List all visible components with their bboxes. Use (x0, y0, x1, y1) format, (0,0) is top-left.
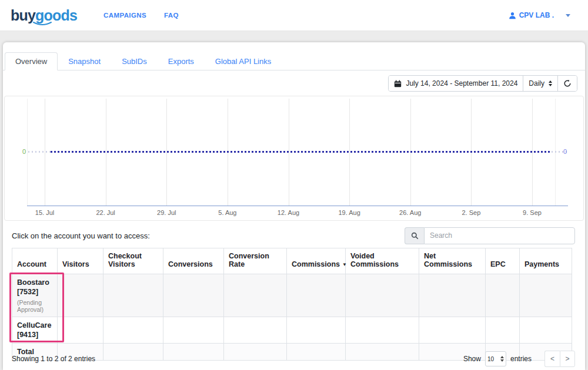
search-group (405, 227, 575, 244)
account-status-note: (Pending Approval) (17, 299, 52, 313)
plot-left-edge (27, 99, 28, 206)
column-header-commissions[interactable]: Commissions▼ (287, 248, 346, 274)
column-header-conversion-rate[interactable]: Conversion Rate (224, 248, 287, 274)
select-arrows-icon (500, 356, 504, 362)
tab-subids[interactable]: SubIDs (111, 52, 158, 70)
column-header-net-commissions[interactable]: Net Commissions (419, 248, 486, 274)
table-cell-conversion-rate (224, 317, 287, 344)
column-header-label: Visitors (62, 260, 89, 268)
sort-caret-icon: ▼ (342, 262, 347, 267)
zero-line-series (51, 151, 552, 153)
table-cell-conversions (163, 317, 224, 344)
table-cell-visitors (58, 317, 103, 344)
account-cell-boostaro-7532[interactable]: Boostaro [7532](Pending Approval) (12, 274, 58, 317)
x-tick-label-15-jul: 15. Jul (26, 209, 64, 216)
table-row-boostaro-7532[interactable]: Boostaro [7532](Pending Approval) (12, 274, 572, 317)
accounts-section-header: Click on the account you want to access: (12, 227, 575, 244)
date-toolbar: July 14, 2024 - September 11, 2024 Daily (388, 75, 577, 92)
column-header-label: Net Commissions (424, 252, 472, 268)
column-header-voided-commissions[interactable]: Voided Commissions (346, 248, 419, 274)
table-cell-voided-commissions (346, 317, 419, 344)
table-cell-net-commissions (419, 274, 486, 317)
tab-overview[interactable]: Overview (5, 52, 58, 70)
table-header-row: AccountVisitorsCheckout VisitorsConversi… (12, 248, 572, 274)
table-cell-payments (520, 317, 572, 344)
table-cell-epc (486, 317, 520, 344)
x-tick-label-2-sep: 2. Sep (452, 209, 490, 216)
column-header-label: EPC (490, 260, 506, 268)
search-input[interactable] (424, 227, 575, 244)
show-label: Show (463, 355, 481, 363)
user-icon (509, 12, 516, 19)
column-header-label: Conversion Rate (229, 252, 269, 268)
logo-text-buy: buy (11, 7, 35, 23)
column-header-conversions[interactable]: Conversions (163, 248, 224, 274)
column-header-payments[interactable]: Payments (520, 248, 572, 274)
tab-bar: OverviewSnapshotSubIDsExportsGlobal API … (3, 52, 585, 70)
column-header-label: Conversions (168, 260, 213, 268)
next-page-button[interactable]: > (560, 351, 575, 367)
zero-line-series-fade-left (28, 151, 51, 153)
column-header-label: Voided Commissions (350, 252, 399, 268)
showing-entries-text: Showing 1 to 2 of 2 entries (12, 355, 95, 363)
column-header-account[interactable]: Account (12, 248, 58, 274)
page-size-select[interactable]: 10 (485, 351, 506, 366)
account-cell-cellucare-9413[interactable]: CelluCare [9413] (12, 317, 58, 344)
table-cell-epc (486, 274, 520, 317)
caret-down-icon (566, 14, 570, 17)
column-header-visitors[interactable]: Visitors (58, 248, 103, 274)
user-name: CPV LAB . (519, 11, 554, 19)
table-cell-commissions (287, 274, 346, 317)
x-axis-line (27, 206, 568, 206)
table-cell-checkout-visitors (103, 317, 163, 344)
table-cell-visitors (58, 274, 103, 317)
column-header-checkout-visitors[interactable]: Checkout Visitors (103, 248, 163, 274)
top-header: buygoods CAMPAIGNSFAQ CPV LAB . (0, 0, 588, 31)
logo-smile-icon (32, 22, 52, 26)
pagination: < > (544, 351, 575, 367)
traffic-chart: 0 0 15. Jul22. Jul29. Jul5. Aug12. Aug19… (4, 96, 584, 221)
table-cell-conversion-rate (224, 274, 287, 317)
tab-global-api-links[interactable]: Global API Links (205, 52, 282, 70)
column-header-label: Payments (524, 260, 559, 268)
accounts-table: AccountVisitorsCheckout VisitorsConversi… (12, 248, 572, 361)
entries-label: entries (510, 355, 532, 363)
table-cell-conversions (163, 274, 224, 317)
main-card: OverviewSnapshotSubIDsExportsGlobal API … (3, 42, 585, 370)
table-cell-commissions (287, 317, 346, 344)
x-tick-label-9-sep: 9. Sep (513, 209, 551, 216)
table-cell-checkout-visitors (103, 274, 163, 317)
column-header-epc[interactable]: EPC (486, 248, 520, 274)
table-body: Boostaro [7532](Pending Approval)CelluCa… (12, 274, 572, 361)
granularity-value: Daily (529, 79, 544, 88)
search-icon (411, 232, 419, 240)
table-cell-voided-commissions (346, 274, 419, 317)
tab-exports[interactable]: Exports (158, 52, 205, 70)
x-tick-label-5-aug: 5. Aug (209, 209, 246, 216)
refresh-button[interactable] (557, 76, 577, 91)
date-range-picker[interactable]: July 14, 2024 - September 11, 2024 (389, 76, 523, 91)
y-axis-right-label: 0 (563, 148, 580, 155)
x-tick-label-22-jul: 22. Jul (87, 209, 125, 216)
buygoods-logo: buygoods (11, 7, 77, 24)
logo-text-goods: goods (35, 7, 77, 23)
refresh-icon (563, 79, 572, 88)
x-tick-label-19-aug: 19. Aug (330, 209, 368, 216)
prev-page-button[interactable]: < (544, 351, 560, 367)
footer-controls: Show 10 entries < > (463, 351, 575, 367)
granularity-select[interactable]: Daily (523, 76, 557, 91)
calendar-icon (394, 80, 402, 88)
nav-link-campaigns[interactable]: CAMPAIGNS (103, 12, 146, 19)
nav-link-faq[interactable]: FAQ (164, 12, 179, 19)
page-size-value: 10 (487, 356, 494, 362)
select-arrows-icon (549, 80, 552, 86)
x-tick-label-26-aug: 26. Aug (392, 209, 429, 216)
user-menu[interactable]: CPV LAB . (509, 11, 570, 19)
instruction-text: Click on the account you want to access: (12, 231, 150, 240)
search-icon-box (405, 227, 424, 244)
account-label: CelluCare [9413] (17, 321, 52, 340)
table-row-cellucare-9413[interactable]: CelluCare [9413] (12, 317, 572, 344)
table-cell-net-commissions (419, 317, 486, 344)
tab-snapshot[interactable]: Snapshot (58, 52, 111, 70)
date-range-value: July 14, 2024 - September 11, 2024 (406, 79, 517, 88)
